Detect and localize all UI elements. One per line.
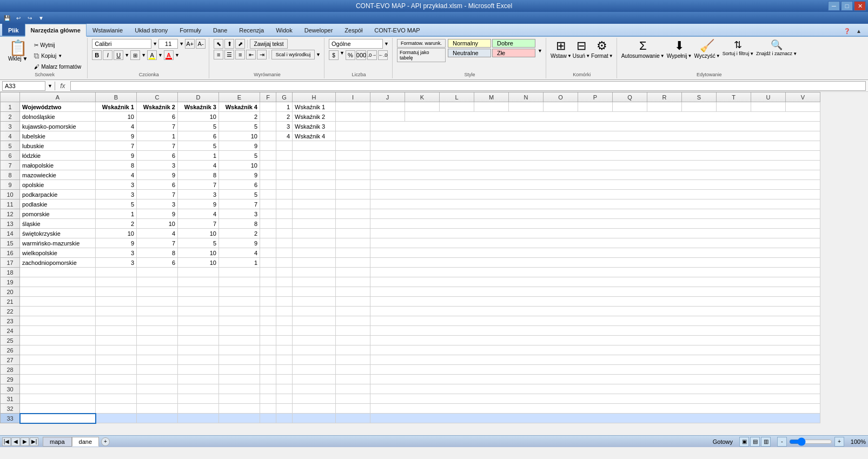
ribbon-minimize-button[interactable]: ▲ [854,26,864,36]
cell-a14[interactable]: świętokrzyskie [20,229,96,238]
delete-dropdown[interactable]: ▼ [586,54,590,58]
normal-view-button[interactable]: ▣ [739,437,749,447]
cell-i16[interactable] [336,248,370,258]
style-neutralne[interactable]: Neutralne [448,49,491,57]
cell-f17[interactable] [260,258,276,268]
cell-a4[interactable]: lubelskie [20,131,96,141]
cell-f12[interactable] [260,209,276,219]
cell-f1[interactable] [260,102,276,112]
font-increase-button[interactable]: A+ [185,39,195,49]
row-num-23[interactable]: 23 [1,316,20,326]
row-num-20[interactable]: 20 [1,287,20,297]
col-header-f[interactable]: F [260,92,276,102]
cell-e14[interactable]: 2 [219,229,260,238]
cell-i2[interactable] [336,112,370,122]
border-button[interactable]: ⊞ [130,50,140,60]
col-header-m[interactable]: M [474,92,509,102]
cell-i12[interactable] [336,209,370,219]
cell-b4[interactable]: 9 [96,131,137,141]
style-zle[interactable]: Złe [492,49,535,57]
row-num-30[interactable]: 30 [1,384,20,394]
cell-e1[interactable]: Wskaźnik 4 [219,102,260,112]
cell-t1[interactable] [717,102,751,112]
cell-f15[interactable] [260,238,276,248]
cell-a11[interactable]: podlaskie [20,199,96,209]
cell-g14[interactable] [276,229,293,238]
cell-e4[interactable]: 10 [219,131,260,141]
align-center-button[interactable]: ☰ [224,50,234,59]
cell-g2[interactable]: 2 [276,112,293,122]
border-dropdown[interactable]: ▼ [141,52,146,58]
format-painter-button[interactable]: 🖌 Malarz formatów [31,62,84,71]
cell-c14[interactable]: 4 [137,229,178,238]
cell-b3[interactable]: 4 [96,122,137,131]
cell-f7[interactable] [260,161,276,170]
font-size-dropdown[interactable]: ▼ [179,41,184,46]
underline-dropdown[interactable]: ▼ [124,52,129,58]
row-num-11[interactable]: 11 [1,199,20,209]
style-normalny[interactable]: Normalny [448,39,491,48]
cell-e17[interactable]: 1 [219,258,260,268]
tab-recenzja[interactable]: Recenzja [233,24,270,36]
cell-b12[interactable]: 1 [96,209,137,219]
cell-f5[interactable] [260,141,276,151]
cell-d15[interactable]: 5 [178,238,219,248]
name-box[interactable] [2,81,45,91]
cell-b13[interactable]: 2 [96,219,137,229]
row-num-28[interactable]: 28 [1,365,20,375]
cell-c10[interactable]: 7 [137,190,178,199]
cell-e9[interactable]: 6 [219,180,260,190]
page-break-button[interactable]: ▥ [761,437,771,447]
cell-m1[interactable] [474,102,509,112]
col-header-p[interactable]: P [578,92,613,102]
row-num-25[interactable]: 25 [1,336,20,345]
cell-f8[interactable] [260,170,276,180]
col-header-i[interactable]: I [336,92,370,102]
row-num-2[interactable]: 2 [1,112,20,122]
cell-g3[interactable]: 3 [276,122,293,131]
copy-button[interactable]: ⿻ Kopiuj ▼ [31,51,84,61]
format-button[interactable]: ⚙ Format ▼ [591,39,613,59]
cell-e13[interactable]: 8 [219,219,260,229]
formula-input[interactable] [70,81,866,91]
italic-button[interactable]: I [103,50,112,60]
cell-p1[interactable] [578,102,613,112]
cell-r1[interactable] [647,102,682,112]
cell-g1[interactable]: 1 [276,102,293,112]
fill-button[interactable]: ⬇ Wypełnij ▼ [667,39,692,59]
tab-uklad-strony[interactable]: Układ strony [129,24,174,36]
cell-b16[interactable]: 3 [96,248,137,258]
cell-c1[interactable]: Wskaźnik 2 [137,102,178,112]
sheet-tab-mapa[interactable]: mapa [43,437,72,447]
cell-f14[interactable] [260,229,276,238]
font-color-dropdown[interactable]: ▼ [175,52,180,58]
row-num-15[interactable]: 15 [1,238,20,248]
col-header-o[interactable]: O [544,92,578,102]
col-header-j[interactable]: J [370,92,405,102]
cell-i17[interactable] [336,258,370,268]
cell-c15[interactable]: 7 [137,238,178,248]
cell-h7[interactable] [293,161,336,170]
cell-g13[interactable] [276,219,293,229]
row-num-4[interactable]: 4 [1,131,20,141]
font-size-input[interactable] [158,39,178,49]
row-num-12[interactable]: 12 [1,209,20,219]
cell-d14[interactable]: 10 [178,229,219,238]
cell-v1[interactable] [786,102,820,112]
tab-cont-evo-map[interactable]: CONT-EVO MAP [368,24,426,36]
sheet-tab-dane[interactable]: dane [72,437,99,447]
cell-f9[interactable] [260,180,276,190]
col-header-g[interactable]: G [276,92,293,102]
autosum-dropdown[interactable]: ▼ [660,54,665,58]
row-num-32[interactable]: 32 [1,404,20,414]
cell-n1[interactable] [509,102,544,112]
cell-a17[interactable]: zachodniopomorskie [20,258,96,268]
row-num-31[interactable]: 31 [1,394,20,404]
row-num-7[interactable]: 7 [1,161,20,170]
align-left-button[interactable]: ≡ [214,50,223,59]
cell-h1[interactable]: Wskaźnik 1 [293,102,336,112]
cell-c3[interactable]: 7 [137,122,178,131]
tab-narzedzia-glowne[interactable]: Narzędzia główne [25,24,87,37]
cell-a12[interactable]: pomorskie [20,209,96,219]
cell-i15[interactable] [336,238,370,248]
